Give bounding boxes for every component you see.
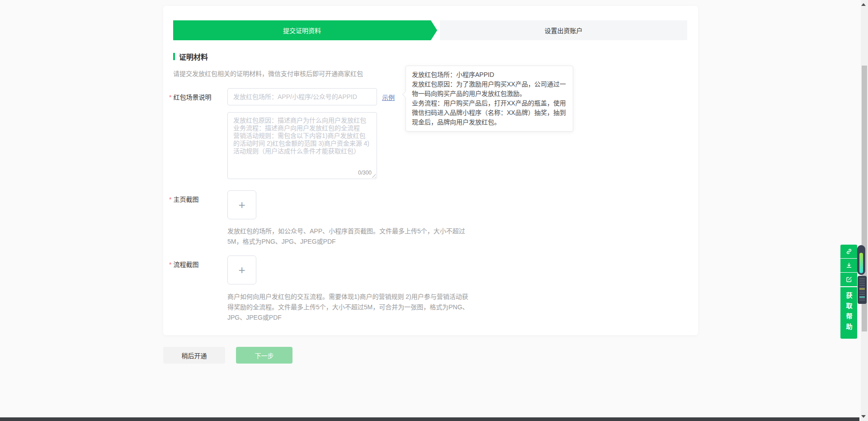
textarea-resize-handle[interactable] [371,173,376,178]
step-submit-materials: 提交证明资料 [173,20,437,40]
scroll-up-arrow[interactable] [861,3,866,6]
open-later-button[interactable]: 稍后开通 [163,347,225,364]
flow-label-text: 流程截图 [173,261,198,268]
bottom-bar [0,417,859,421]
get-help-label: 获取帮助 [844,292,854,334]
example-link[interactable]: 示例 [382,93,395,102]
scroll-marker-stripes[interactable] [858,276,867,304]
step-set-funding-account: 设置出资账户 [440,20,687,40]
scroll-marker-pill[interactable] [857,245,865,275]
step-label: 设置出资账户 [545,26,583,35]
scroll-marker-yellow-line [859,289,865,289]
textarea-placeholder-line: 业务流程：描述商户向用户发放红包的全流程 [233,124,371,132]
edit-icon [845,276,853,283]
scroll-down-arrow[interactable] [861,415,866,418]
floating-toolbar: 获取帮助 [840,245,857,339]
plus-icon: + [238,264,245,276]
share-link-button[interactable] [840,245,857,258]
required-mark: * [169,196,171,203]
required-mark: * [169,261,171,268]
scroll-marker-gradient [859,253,863,273]
textarea-placeholder-line: 营销活动规则：需包含以下内容1)商户发放红包的活动时间 2)红包金额的范围 3)… [233,132,371,155]
scroll-marker-lines [859,278,865,302]
scene-label-text: 红包场景说明 [173,94,211,101]
flow-screenshot-upload-button[interactable]: + [227,255,256,284]
home-screenshot-label: * 主页截图 [169,196,198,203]
tooltip-line: 发放红包场所：小程序APPID [412,70,567,80]
tooltip-line: 业务流程：用户购买产品后，打开XX产品的瓶盖，使用微信扫码进入品牌小程序（名称：… [412,99,567,127]
get-help-button[interactable]: 获取帮助 [840,287,857,339]
section-header: 证明材料 [173,52,208,61]
section-title: 证明材料 [179,51,208,62]
section-accent-bar [173,53,175,60]
tooltip-line: 发放红包原因：为了激励用户购买XX产品，公司通过一物一码向购买产品的用户发放红包… [412,80,567,99]
step-label: 提交证明资料 [283,26,321,35]
download-button[interactable] [840,259,857,272]
textarea-placeholder-line: 发放红包原因：描述商户为什么向用户发放红包 [233,117,371,124]
scene-appid-input[interactable] [227,88,377,105]
home-label-text: 主页截图 [173,196,198,203]
home-screenshot-hint: 发放红包的场所，如公众号、APP、小程序首页截图。文件最多上传5个，大小不超过5… [227,226,470,247]
char-counter: 0/300 [358,170,372,176]
plus-icon: + [238,199,245,211]
section-subtitle: 请提交发放红包相关的证明材料，微信支付审核后即可开通商家红包 [173,69,363,78]
home-screenshot-upload-button[interactable]: + [227,190,256,219]
scene-field-label: * 红包场景说明 [169,94,211,101]
example-tooltip: 发放红包场所：小程序APPID 发放红包原因：为了激励用户购买XX产品，公司通过… [406,66,573,132]
scene-description-textarea[interactable]: 发放红包原因：描述商户为什么向用户发放红包 业务流程：描述商户向用户发放红包的全… [227,112,377,179]
flow-screenshot-label: * 流程截图 [169,261,198,268]
download-icon [845,262,853,269]
scroll-marker-cyan-line [859,297,865,298]
feedback-button[interactable] [840,273,857,286]
required-mark: * [169,94,171,101]
next-step-button[interactable]: 下一步 [236,347,292,364]
flow-screenshot-hint: 商户如何向用户发红包的交互流程。需要体现1)商户的营销规则 2)用户参与营销活动… [227,292,472,323]
link-icon [845,248,853,255]
